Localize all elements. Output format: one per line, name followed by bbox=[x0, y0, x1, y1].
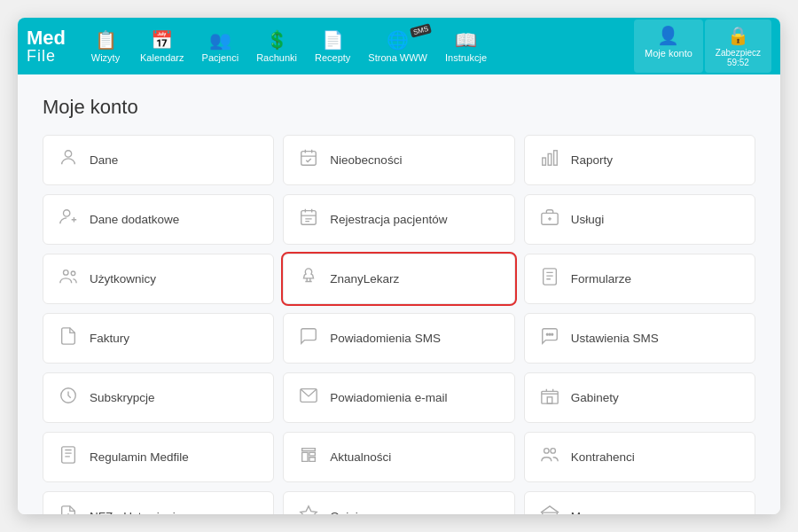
card-uslugi-label: Usługi bbox=[571, 213, 605, 226]
brand-logo[interactable]: Med File bbox=[27, 28, 66, 64]
card-dane-dodatkowe-label: Dane dodatkowe bbox=[90, 213, 179, 226]
app-window: Med File 📋 Wizyty 📅 Kalendarz 👥 Pacjenci… bbox=[18, 18, 780, 514]
svg-rect-1 bbox=[301, 152, 317, 166]
znany-lekarz-icon bbox=[298, 267, 319, 291]
kalendarz-icon: 📅 bbox=[151, 29, 173, 51]
svg-rect-2 bbox=[542, 158, 545, 165]
card-formularze[interactable]: Formularze bbox=[524, 254, 755, 304]
svg-point-10 bbox=[64, 270, 69, 276]
powiadomienia-email-icon bbox=[298, 386, 319, 410]
dane-icon bbox=[58, 148, 79, 172]
nav-recepty[interactable]: 📄 Recepty bbox=[308, 24, 357, 68]
card-gabinety-label: Gabinety bbox=[571, 391, 619, 404]
card-znany-lekarz[interactable]: ZnanyLekarz bbox=[283, 254, 514, 304]
card-ustawienia-sms-label: Ustawienia SMS bbox=[571, 332, 659, 345]
card-dane[interactable]: Dane bbox=[43, 135, 274, 185]
card-nieobecnosci[interactable]: Nieobecności bbox=[283, 135, 514, 185]
brand-med: Med bbox=[27, 28, 66, 48]
nieobecnosci-icon bbox=[298, 148, 319, 172]
card-kontrahenci-label: Kontrahenci bbox=[571, 450, 635, 464]
nav-kalendarz-label: Kalendarz bbox=[140, 52, 184, 63]
svg-marker-25 bbox=[301, 506, 317, 514]
card-dane-label: Dane bbox=[90, 153, 118, 167]
card-faktury[interactable]: Faktury bbox=[43, 313, 274, 364]
nav-wizyty[interactable]: 📋 Wizyty bbox=[82, 24, 129, 68]
raporty-icon bbox=[539, 148, 560, 172]
card-kontrahenci[interactable]: Kontrahenci bbox=[524, 432, 755, 482]
kontrahenci-icon bbox=[539, 445, 560, 469]
cards-grid: Dane Nieobecności Raporty Dane dodatkow bbox=[43, 135, 755, 514]
nav-pacjenci[interactable]: 👥 Pacjenci bbox=[195, 24, 246, 68]
card-gabinety[interactable]: Gabinety bbox=[524, 372, 755, 423]
regulamin-medfile-icon bbox=[58, 445, 79, 469]
svg-point-5 bbox=[64, 210, 70, 216]
card-rejestracja-pacjentow-label: Rejestracja pacjentów bbox=[330, 213, 447, 226]
svg-point-13 bbox=[546, 333, 548, 335]
svg-point-15 bbox=[551, 333, 552, 335]
card-subskrypcje[interactable]: Subskrypcje bbox=[43, 372, 274, 423]
opinie-icon bbox=[298, 505, 319, 514]
page-title: Moje konto bbox=[43, 96, 755, 119]
card-raporty-label: Raporty bbox=[571, 153, 613, 167]
card-powiadomienia-email-label: Powiadomienia e-mail bbox=[330, 391, 447, 404]
nav-zabezpiecz[interactable]: 🔒 Zabezpiecz 59:52 bbox=[705, 20, 771, 73]
card-faktury-label: Faktury bbox=[90, 332, 129, 345]
svg-point-0 bbox=[65, 151, 71, 157]
card-powiadomienia-sms[interactable]: Powiadomienia SMS bbox=[283, 313, 514, 364]
dane-dodatkowe-icon bbox=[58, 207, 79, 231]
nav-instrukcje[interactable]: 📖 Instrukcje bbox=[438, 24, 494, 68]
card-magazyn[interactable]: Magazyn bbox=[524, 491, 755, 514]
card-subskrypcje-label: Subskrypcje bbox=[90, 391, 155, 404]
svg-point-22 bbox=[551, 449, 556, 454]
ustawienia-sms-icon bbox=[539, 326, 560, 350]
card-uslugi[interactable]: Usługi bbox=[524, 194, 755, 245]
nav-moje-konto[interactable]: 👤 Moje konto bbox=[634, 20, 703, 73]
nfz-ustawienia-icon bbox=[58, 505, 79, 514]
recepty-icon: 📄 bbox=[322, 29, 344, 51]
gabinety-icon bbox=[539, 386, 560, 410]
card-formularze-label: Formularze bbox=[571, 272, 631, 286]
card-nfz-ustawienia[interactable]: NFZ - Ustawienia bbox=[43, 491, 274, 514]
card-regulamin-medfile[interactable]: Regulamin Medfile bbox=[43, 432, 274, 482]
uslugi-icon bbox=[539, 207, 560, 231]
powiadomienia-sms-icon bbox=[298, 326, 319, 350]
nav-rachunki[interactable]: 💲 Rachunki bbox=[249, 24, 304, 68]
nav-right: 👤 Moje konto 🔒 Zabezpiecz 59:52 bbox=[634, 20, 771, 73]
subskrypcje-icon bbox=[58, 386, 79, 410]
svg-rect-6 bbox=[301, 211, 317, 225]
card-regulamin-medfile-label: Regulamin Medfile bbox=[90, 450, 189, 464]
card-uzytkownicy[interactable]: Użytkownicy bbox=[43, 254, 274, 304]
zabezpiecz-icon: 🔒 bbox=[727, 25, 749, 46]
nav-instrukcje-label: Instrukcje bbox=[445, 52, 487, 63]
svg-point-11 bbox=[71, 271, 75, 276]
nav-strona-www[interactable]: SMS 🌐 Strona WWW bbox=[361, 24, 434, 68]
nav-kalendarz[interactable]: 📅 Kalendarz bbox=[133, 24, 192, 68]
card-nfz-ustawienia-label: NFZ - Ustawienia bbox=[90, 510, 182, 514]
strona-www-icon: 🌐 bbox=[387, 29, 409, 51]
card-aktualnosci-label: Aktualności bbox=[330, 450, 391, 464]
card-ustawienia-sms[interactable]: Ustawienia SMS bbox=[524, 313, 755, 364]
rejestracja-pacjentow-icon bbox=[298, 207, 319, 231]
nav-zabezpiecz-timer: 59:52 bbox=[727, 58, 749, 67]
aktualnosci-icon bbox=[298, 445, 319, 469]
card-raporty[interactable]: Raporty bbox=[524, 135, 755, 185]
nav-rachunki-label: Rachunki bbox=[256, 52, 297, 63]
formularze-icon bbox=[539, 267, 560, 291]
nav-moje-konto-label: Moje konto bbox=[645, 48, 692, 59]
pacjenci-icon: 👥 bbox=[209, 29, 231, 51]
brand-file: File bbox=[27, 48, 56, 64]
nav-pacjenci-label: Pacjenci bbox=[202, 52, 239, 63]
svg-point-14 bbox=[549, 333, 551, 335]
wizyty-icon: 📋 bbox=[95, 29, 117, 51]
card-opinie[interactable]: Opinie bbox=[283, 491, 514, 514]
svg-rect-3 bbox=[548, 153, 552, 165]
main-content: Moje konto Dane Nieobecności Raporty bbox=[18, 74, 780, 514]
card-rejestracja-pacjentow[interactable]: Rejestracja pacjentów bbox=[283, 194, 514, 245]
card-dane-dodatkowe[interactable]: Dane dodatkowe bbox=[43, 194, 274, 245]
svg-point-21 bbox=[544, 449, 549, 454]
card-powiadomienia-email[interactable]: Powiadomienia e-mail bbox=[283, 372, 514, 423]
svg-rect-19 bbox=[547, 397, 552, 403]
moje-konto-icon: 👤 bbox=[657, 25, 679, 46]
faktury-icon bbox=[58, 326, 79, 350]
card-aktualnosci[interactable]: Aktualności bbox=[283, 432, 514, 482]
